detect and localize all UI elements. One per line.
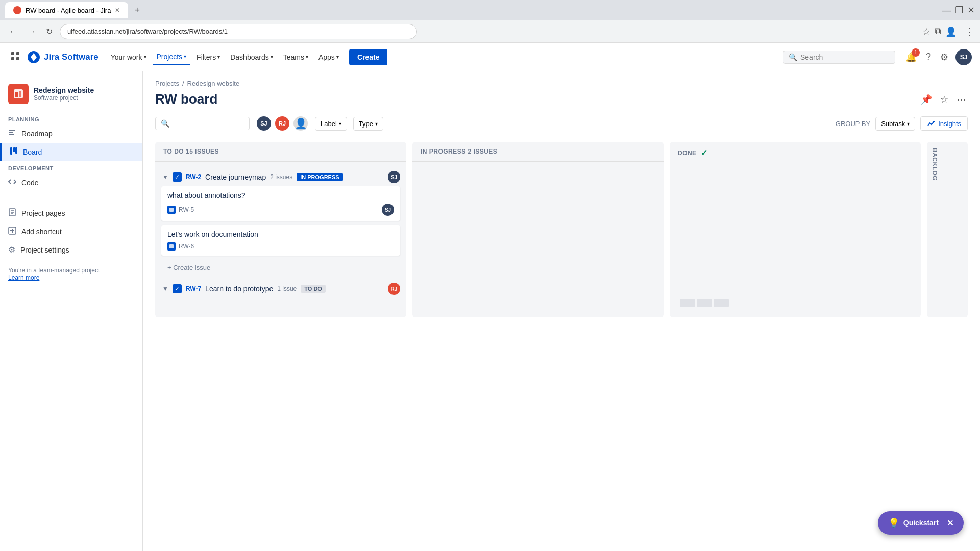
extensions-icon[interactable]: ⧉ xyxy=(935,26,941,37)
quickstart-button[interactable]: 💡 Quickstart ✕ xyxy=(878,511,964,535)
projects-nav[interactable]: Projects ▾ xyxy=(153,49,191,65)
board-icon xyxy=(10,147,18,157)
breadcrumb-project[interactable]: Redesign website xyxy=(187,80,240,87)
new-tab-button[interactable]: + xyxy=(132,3,142,18)
breadcrumb-projects[interactable]: Projects xyxy=(155,80,179,87)
issue-card-rw5[interactable]: what about annotations? RW-5 SJ xyxy=(161,186,400,221)
sidebar-item-code[interactable]: Code xyxy=(0,173,142,192)
search-input[interactable] xyxy=(800,53,890,61)
backlog-column-header: BACKLOG xyxy=(927,142,942,187)
more-options-button[interactable]: ⋯ xyxy=(954,92,968,107)
group-by-select[interactable]: Subtask ▾ xyxy=(875,117,915,131)
inprogress-column: IN PROGRESS 2 ISSUES xyxy=(412,142,664,317)
breadcrumb: Projects / Redesign website xyxy=(155,80,968,87)
issue-text-rw6: Let's work on documentation xyxy=(167,230,394,238)
sidebar-item-add-shortcut[interactable]: Add shortcut xyxy=(0,222,142,241)
type-filter-button[interactable]: Type ▾ xyxy=(353,117,383,131)
browser-tab: RW board - Agile board - Jira ✕ xyxy=(5,2,128,18)
group-by-label: GROUP BY xyxy=(836,120,870,128)
epic-status-badge-rw2: IN PROGRESS xyxy=(297,173,342,181)
create-button[interactable]: Create xyxy=(349,49,388,65)
backlog-column-title: BACKLOG xyxy=(931,148,938,181)
avatar-filter-sj[interactable]: SJ xyxy=(256,115,272,132)
dashboards-nav[interactable]: Dashboards ▾ xyxy=(226,50,277,64)
star-button[interactable]: ☆ xyxy=(938,92,950,107)
settings-button[interactable]: ⚙ xyxy=(938,49,950,65)
maximize-icon[interactable]: ❐ xyxy=(955,5,963,16)
backlog-column: BACKLOG xyxy=(927,142,968,317)
filter-search-input[interactable] xyxy=(173,120,244,128)
project-name: Redesign website xyxy=(34,86,94,94)
main-content: Redesign website Software project PLANNI… xyxy=(0,71,980,551)
add-shortcut-label: Add shortcut xyxy=(21,228,62,236)
tab-favicon xyxy=(13,6,21,14)
tab-close-button[interactable]: ✕ xyxy=(115,7,120,14)
jira-logo-text: Jira Software xyxy=(44,52,99,62)
your-work-nav[interactable]: Your work ▾ xyxy=(107,50,151,64)
todo-column-title: TO DO 15 ISSUES xyxy=(163,148,219,155)
epic-status-badge-rw7: TO DO xyxy=(301,285,326,293)
inprogress-column-header: IN PROGRESS 2 ISSUES xyxy=(412,142,664,162)
issue-type-icon-rw5 xyxy=(167,206,176,214)
filters-nav[interactable]: Filters ▾ xyxy=(192,50,224,64)
issue-avatar-rw5: SJ xyxy=(382,204,394,216)
sidebar-bottom-section: Project pages Add shortcut ⚙ Project set… xyxy=(0,204,142,259)
url-input[interactable] xyxy=(60,24,417,39)
bookmark-icon[interactable]: ☆ xyxy=(922,26,930,37)
profile-icon[interactable]: 👤 xyxy=(945,26,957,37)
pin-button[interactable]: 📌 xyxy=(919,92,934,107)
apps-grid-button[interactable] xyxy=(8,49,22,65)
issue-id-rw5: RW-5 xyxy=(179,206,194,213)
issue-card-rw6[interactable]: Let's work on documentation RW-6 xyxy=(161,225,400,256)
avatar-filter-rj[interactable]: RJ xyxy=(274,115,290,132)
back-button[interactable]: ← xyxy=(6,25,20,38)
svg-rect-21 xyxy=(169,244,174,248)
notifications-button[interactable]: 🔔 1 xyxy=(903,49,919,65)
apps-nav[interactable]: Apps ▾ xyxy=(314,50,343,64)
settings-icon: ⚙ xyxy=(8,245,15,255)
sidebar-item-project-settings[interactable]: ⚙ Project settings xyxy=(0,241,142,259)
quickstart-close-button[interactable]: ✕ xyxy=(947,518,953,528)
roadmap-icon xyxy=(8,129,16,139)
sidebar-item-roadmap[interactable]: Roadmap xyxy=(0,124,142,143)
add-shortcut-icon xyxy=(8,227,16,237)
learn-more-link[interactable]: Learn more xyxy=(8,274,39,281)
code-icon xyxy=(8,178,16,188)
roadmap-label: Roadmap xyxy=(21,130,53,138)
issue-type-icon-rw6 xyxy=(167,242,176,251)
avatar-filter-add[interactable]: 👤 xyxy=(292,115,309,132)
create-issue-label: + Create issue xyxy=(167,264,210,271)
minimize-icon[interactable]: — xyxy=(942,5,951,16)
insights-button[interactable]: Insights xyxy=(920,116,968,131)
epic-id-rw7: RW-7 xyxy=(186,285,201,292)
sidebar-item-board[interactable]: Board xyxy=(0,143,142,161)
issue-text-rw5: what about annotations? xyxy=(167,191,394,199)
create-issue-button-rw2[interactable]: + Create issue xyxy=(161,260,400,276)
menu-icon[interactable]: ⋮ xyxy=(965,26,974,37)
top-nav: Jira Software Your work ▾ Projects ▾ Fil… xyxy=(0,43,980,71)
epic-row-rw2[interactable]: ▼ ✓ RW-2 Create journeymap 2 issues IN P… xyxy=(161,168,400,186)
jira-logo: Jira Software xyxy=(27,50,99,64)
board-header: RW board 📌 ☆ ⋯ xyxy=(155,91,968,107)
project-header: Redesign website Software project xyxy=(0,80,142,112)
quickstart-icon: 💡 xyxy=(888,517,899,529)
sidebar-item-project-pages[interactable]: Project pages xyxy=(0,204,142,222)
refresh-button[interactable]: ↻ xyxy=(43,24,56,38)
board-label: Board xyxy=(23,148,42,156)
svg-rect-11 xyxy=(13,147,15,152)
type-chevron-icon: ▾ xyxy=(375,121,378,127)
insights-label: Insights xyxy=(938,120,961,128)
help-button[interactable]: ? xyxy=(924,49,933,64)
forward-button[interactable]: → xyxy=(24,25,39,38)
teams-nav[interactable]: Teams ▾ xyxy=(279,50,312,64)
epic-row-rw7[interactable]: ▼ ✓ RW-7 Learn to do prototype 1 issue T… xyxy=(161,280,400,298)
sidebar-footer: You're in a team-managed project Learn m… xyxy=(0,259,142,289)
svg-rect-10 xyxy=(10,147,12,155)
inprogress-column-title: IN PROGRESS 2 ISSUES xyxy=(421,148,497,155)
done-column-header: DONE ✓ xyxy=(670,142,921,164)
user-avatar[interactable]: SJ xyxy=(955,49,972,65)
todo-column-body: ▼ ✓ RW-2 Create journeymap 2 issues IN P… xyxy=(155,162,406,315)
label-filter-button[interactable]: Label ▾ xyxy=(315,117,347,131)
board-title: RW board xyxy=(155,91,217,107)
close-window-icon[interactable]: ✕ xyxy=(967,5,975,16)
